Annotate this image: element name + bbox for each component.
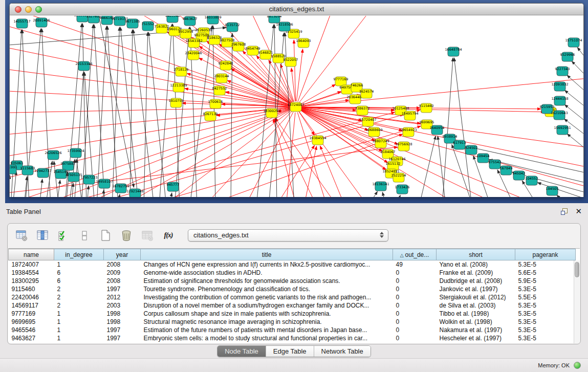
table-cell[interactable]: 9463627: [9, 334, 54, 342]
close-window-icon[interactable]: [15, 6, 21, 13]
table-cell[interactable]: 0: [393, 301, 437, 310]
window-titlebar[interactable]: citations_edges.txt: [10, 4, 583, 15]
table-selector-dropdown[interactable]: citations_edges.txt: [188, 229, 388, 242]
graph-node[interactable]: 8427552: [212, 86, 227, 95]
graph-node[interactable]: 1810755: [169, 98, 184, 107]
graph-node[interactable]: 8813054: [267, 16, 282, 23]
table-cell[interactable]: Yano et al. (2008): [437, 260, 515, 269]
graph-node[interactable]: 8522057: [284, 57, 298, 67]
graph-node[interactable]: 12444158: [551, 96, 568, 105]
graph-edge[interactable]: [10, 90, 290, 106]
table-cell[interactable]: 1: [54, 334, 104, 342]
delete-icon[interactable]: [120, 229, 133, 242]
graph-edge[interactable]: [454, 58, 472, 197]
table-cell[interactable]: Nakamura et al. (1997): [437, 326, 515, 334]
table-cell[interactable]: Tibbo et al. (1998): [437, 310, 515, 318]
column-header-name[interactable]: name: [9, 249, 54, 260]
graph-edge[interactable]: [169, 193, 172, 197]
select-all-icon[interactable]: [57, 229, 70, 242]
table-cell[interactable]: 1: [54, 260, 104, 269]
graph-edge[interactable]: [54, 161, 59, 197]
graph-node[interactable]: 17359924: [67, 148, 84, 158]
show-column-icon[interactable]: [36, 229, 49, 242]
graph-edge[interactable]: [368, 191, 378, 197]
table-cell[interactable]: Corpus callosum shape and size in male p…: [141, 310, 393, 318]
graph-node[interactable]: 1527602: [86, 16, 101, 23]
graph-edge[interactable]: [419, 136, 435, 197]
graph-edge[interactable]: [57, 180, 60, 197]
table-scrollbar-thumb[interactable]: [575, 262, 579, 277]
table-cell[interactable]: 9465546: [9, 326, 54, 334]
function-builder-icon[interactable]: f(x): [162, 229, 175, 242]
graph-node[interactable]: 15692951: [554, 125, 571, 135]
minimize-window-icon[interactable]: [25, 6, 32, 13]
table-cell[interactable]: 5.3E-5: [515, 285, 576, 293]
table-cell[interactable]: 18300295: [9, 277, 54, 285]
table-cell[interactable]: 2008: [104, 277, 141, 285]
tab-node-table[interactable]: Node Table: [217, 346, 266, 357]
table-cell[interactable]: 0: [393, 310, 437, 318]
table-cell[interactable]: Franke et al. (2009): [437, 269, 515, 277]
table-cell[interactable]: Estimation of the future numbers of pati…: [141, 326, 393, 334]
clear-selection-icon[interactable]: [78, 229, 91, 242]
graph-node[interactable]: 18136141: [372, 182, 389, 191]
table-cell[interactable]: 0: [393, 269, 437, 277]
table-cell[interactable]: 1: [54, 326, 104, 334]
graph-node[interactable]: 9227343: [555, 67, 570, 76]
table-cell[interactable]: 5.3E-5: [515, 326, 576, 334]
float-panel-icon[interactable]: [560, 208, 568, 215]
table-cell[interactable]: 1998: [104, 318, 141, 326]
column-header-year[interactable]: year: [104, 249, 141, 260]
graph-node[interactable]: 9975887: [61, 161, 76, 170]
table-cell[interactable]: 2: [54, 285, 104, 293]
table-scrollbar[interactable]: [574, 260, 580, 343]
table-cell[interactable]: Stergiakouli et al. (2012): [437, 293, 515, 301]
graph-edge[interactable]: [557, 195, 569, 197]
graph-node[interactable]: 19654923: [400, 127, 417, 137]
graph-edge[interactable]: [118, 194, 120, 197]
table-cell[interactable]: 1998: [104, 310, 141, 318]
table-row[interactable]: 969969511998Structural magnetic resonanc…: [9, 318, 576, 326]
table-cell[interactable]: 1997: [104, 326, 141, 334]
graph-node[interactable]: 1700616: [208, 99, 223, 108]
memory-ok-icon[interactable]: [574, 362, 581, 369]
table-cell[interactable]: 0: [393, 318, 437, 326]
table-cell[interactable]: 2012: [104, 293, 141, 301]
graph-edge[interactable]: [87, 186, 89, 197]
table-cell[interactable]: Genome-wide association studies in ADHD.: [141, 269, 393, 277]
graph-node[interactable]: 12923448: [126, 189, 143, 197]
graph-edge[interactable]: [299, 112, 368, 197]
table-cell[interactable]: Hescheler et al. (1997): [437, 334, 515, 342]
table-cell[interactable]: 2: [54, 301, 104, 310]
table-cell[interactable]: Structural magnetic resonance image aver…: [141, 318, 393, 326]
table-cell[interactable]: 1: [54, 318, 104, 326]
graph-node[interactable]: 184505: [546, 186, 559, 195]
graph-node[interactable]: 751552: [142, 21, 155, 31]
graph-node[interactable]: 109454: [477, 154, 490, 163]
table-cell[interactable]: 19384554: [9, 269, 54, 277]
table-cell[interactable]: 2: [54, 293, 104, 301]
table-cell[interactable]: Disruption of a novel member of a sodium…: [141, 301, 393, 310]
new-table-icon[interactable]: [99, 229, 112, 242]
table-cell[interactable]: 5.3E-5: [515, 301, 576, 310]
network-canvas[interactable]: 1872400718300295193845547163822896012889…: [10, 16, 583, 197]
graph-edge[interactable]: [24, 177, 27, 197]
zoom-window-icon[interactable]: [35, 6, 42, 13]
graph-node[interactable]: 8135722: [225, 23, 240, 32]
table-cell[interactable]: Investigating the contribution of common…: [141, 293, 393, 301]
table-row[interactable]: 1938455462009Genome-wide association stu…: [9, 269, 576, 277]
graph-edge[interactable]: [301, 100, 349, 106]
table-cell[interactable]: 5.3E-5: [515, 334, 576, 342]
graph-node[interactable]: 19756928: [395, 142, 412, 151]
graph-node[interactable]: 1115683: [20, 166, 35, 175]
graph-node[interactable]: 8912954: [179, 29, 193, 38]
graph-node[interactable]: 945777: [167, 182, 180, 191]
graph-node[interactable]: 12093832: [551, 82, 568, 91]
graph-edge[interactable]: [245, 112, 293, 197]
table-cell[interactable]: 9115460: [9, 285, 54, 293]
graph-edge[interactable]: [39, 179, 42, 197]
table-cell[interactable]: 9699695: [9, 318, 54, 326]
graph-node[interactable]: 9463627: [183, 16, 198, 26]
graph-edge[interactable]: [204, 111, 292, 197]
graph-edge[interactable]: [66, 24, 82, 197]
